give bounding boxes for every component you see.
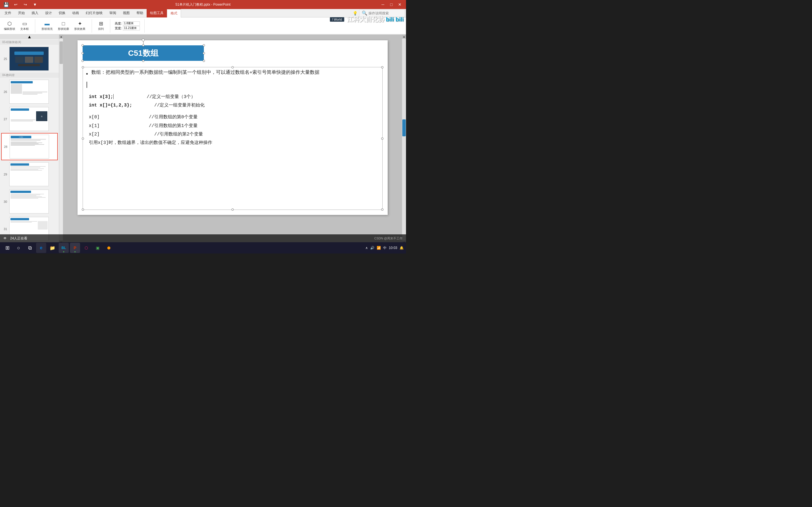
array-expr-1: x[1]: [89, 122, 100, 130]
redo-button[interactable]: ↪: [21, 1, 29, 8]
arrange-button[interactable]: ⊞ 排列: [96, 20, 105, 32]
code-expr-2: int x[]={1,2,3};: [89, 101, 132, 110]
slide-title-box[interactable]: C51数组: [83, 45, 204, 61]
width-input[interactable]: [123, 26, 140, 31]
slide-thumbnail-29[interactable]: 29: [1, 161, 58, 187]
close-button[interactable]: ✕: [396, 1, 404, 8]
slide-content: • 数组：把相同类型的一系列数据统一编制到某一个组别中，可以通过数组名+索引号简…: [86, 68, 379, 207]
taskbar-app3[interactable]: ⬢: [104, 243, 114, 253]
tab-format[interactable]: 格式: [167, 9, 181, 17]
tab-file[interactable]: 文件: [1, 9, 15, 17]
section-label-04: 04-数码管: [0, 73, 59, 78]
content-handle-br[interactable]: [381, 209, 384, 211]
shape-fill-button[interactable]: ▬ 形状填充: [40, 20, 54, 32]
tab-view[interactable]: 视图: [119, 9, 133, 17]
window-controls: ─ □ ✕: [379, 1, 404, 8]
warning-line: 引用x[3]时，数组越界，读出的数值不确定，应避免这种操作: [89, 138, 379, 147]
slide-thumbnail-30[interactable]: 30: [1, 188, 58, 215]
tab-insert[interactable]: 插入: [28, 9, 42, 17]
customize-button[interactable]: ▼: [31, 1, 39, 8]
slide-canvas-area[interactable]: C51数组 • 数组：把相同类型的一系列数据统一编制到某: [63, 35, 402, 244]
app3-icon: ⬢: [107, 245, 110, 250]
slide-canvas[interactable]: C51数组 • 数组：把相同类型的一系列数据统一编制到某: [78, 40, 388, 215]
sidebar-scrollbar[interactable]: ▲ ▼: [59, 35, 63, 244]
restore-button[interactable]: □: [388, 1, 395, 8]
slide-thumbnail-28[interactable]: 28 C51数组: [1, 133, 58, 160]
handle-top-center[interactable]: [142, 44, 144, 47]
app1-icon: ⬡: [85, 245, 88, 250]
slide-thumbnail-27[interactable]: 27 |||: [1, 106, 58, 132]
edit-shape-button[interactable]: ⬡ 编辑形状: [2, 20, 17, 32]
search-input[interactable]: [368, 11, 402, 15]
text-box-button[interactable]: ▭ 文本框: [18, 20, 31, 32]
section-label-03: 03-经验块链(4): [0, 40, 59, 45]
live-icon: 👁: [3, 236, 7, 240]
tab-home[interactable]: 开始: [15, 9, 28, 17]
tab-review[interactable]: 审阅: [106, 9, 119, 17]
windows-start-button[interactable]: ⊞: [2, 243, 12, 253]
title-container[interactable]: C51数组: [83, 45, 204, 61]
notification-button[interactable]: 🔔: [400, 246, 404, 250]
slide-thumbnail-26[interactable]: 26: [1, 78, 58, 105]
scroll-up-button[interactable]: ▲: [0, 35, 59, 39]
tab-design[interactable]: 设计: [42, 9, 55, 17]
tab-slideshow[interactable]: 幻灯片放映: [82, 9, 106, 17]
window-title: 51单片机入门教程.pptx - PowerPoint: [175, 2, 231, 7]
content-handle-mr[interactable]: [381, 137, 384, 140]
ribbon-group-arrange: ⊞ 排列: [96, 19, 110, 33]
array-comment-0: //引用数组的第0个变量: [111, 113, 197, 121]
slide-thumb-25: [9, 47, 49, 71]
sidebar-scroll-thumb[interactable]: [59, 41, 63, 64]
taskbar-powerpoint[interactable]: P: [70, 243, 80, 253]
taskbar-app1[interactable]: ⬡: [81, 243, 91, 253]
handle-bot-center[interactable]: [142, 60, 144, 62]
sidebar-scroll-up[interactable]: ▲: [59, 35, 63, 39]
array-line-0: x[0] //引用数组的第0个变量: [89, 113, 379, 121]
tab-help[interactable]: 帮助: [133, 9, 147, 17]
code-comment-1: //定义一组变量（3个）: [125, 93, 195, 101]
save-button[interactable]: 💾: [2, 1, 10, 8]
tab-animations[interactable]: 动画: [69, 9, 82, 17]
scroll-thumb[interactable]: [402, 119, 406, 136]
content-handle-tc[interactable]: [232, 66, 234, 68]
content-handle-tl[interactable]: [82, 66, 84, 68]
volume-icon[interactable]: 🔊: [370, 246, 374, 250]
taskbar-edge[interactable]: e: [36, 243, 46, 253]
rotate-handle[interactable]: [142, 39, 145, 41]
taskbar-bilibili[interactable]: BL: [59, 243, 69, 253]
handle-mid-right[interactable]: [203, 52, 205, 54]
tab-transitions[interactable]: 切换: [55, 9, 69, 17]
handle-top-left[interactable]: [82, 44, 84, 47]
bullet-text: 数组：把相同类型的一系列数据统一编制到某一个组别中，可以通过数组名+索引号简单快…: [91, 68, 319, 78]
taskbar-app2[interactable]: ▣: [93, 243, 103, 253]
handle-mid-left[interactable]: [82, 52, 84, 54]
content-handle-bl[interactable]: [82, 209, 84, 211]
handle-bot-left[interactable]: [82, 60, 84, 62]
search-button[interactable]: ○: [13, 243, 24, 253]
content-handle-tr[interactable]: [381, 66, 384, 68]
sys-tray-expand[interactable]: ∧: [365, 246, 368, 250]
network-icon[interactable]: 📶: [377, 246, 381, 250]
handle-bot-right[interactable]: [203, 60, 205, 62]
array-line-1: x[1] //引用数组的第1个变量: [89, 122, 379, 130]
slide-thumbnail-25[interactable]: 25: [1, 45, 58, 72]
array-expr-2: x[2]: [89, 130, 100, 138]
code-expr-1: int x[3];: [89, 93, 114, 101]
slide-panel[interactable]: ▲ 03-经验块链(4) 25 04-数码管 26: [0, 35, 59, 244]
undo-button[interactable]: ↩: [12, 1, 20, 8]
ime-indicator[interactable]: 中: [383, 245, 387, 250]
minimize-button[interactable]: ─: [379, 1, 387, 8]
sidebar-scroll-track: [59, 39, 63, 240]
slide-thumb-30: [9, 189, 49, 214]
content-handle-bc[interactable]: [232, 209, 234, 211]
taskbar-files[interactable]: 📁: [47, 243, 57, 253]
height-input[interactable]: [123, 21, 140, 25]
handle-top-right[interactable]: [203, 44, 205, 47]
scroll-up-arrow[interactable]: ▲: [402, 35, 406, 39]
csdn-credit: CSDN @周末不工作: [374, 236, 403, 240]
shape-outline-button[interactable]: □ 形状轮廓: [56, 20, 71, 32]
canvas-scrollbar[interactable]: ▲ ▼: [402, 35, 406, 244]
shape-effects-button[interactable]: ✦ 形状效果: [72, 20, 87, 32]
content-handle-ml[interactable]: [82, 137, 84, 140]
task-view-button[interactable]: ⧉: [25, 243, 35, 253]
